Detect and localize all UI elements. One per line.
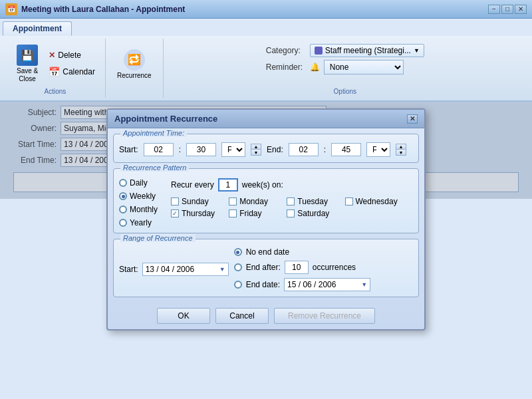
- remove-recurrence-button[interactable]: Remove Recurrence: [274, 308, 375, 324]
- saturday-label: Saturday: [297, 209, 329, 218]
- save-icon: 💾: [17, 45, 38, 66]
- ribbon: 💾 Save &Close ✕ Delete 📅 Calendar Action…: [0, 36, 532, 102]
- wednesday-label: Wednesday: [356, 197, 398, 206]
- sunday-checkbox[interactable]: [171, 198, 179, 205]
- friday-checkbox[interactable]: [229, 209, 237, 217]
- maximize-button[interactable]: □: [501, 5, 513, 14]
- end-date-arrow-icon: ▼: [361, 281, 367, 288]
- time-row: Start: : PMAM ▲ ▼ End: :: [119, 140, 413, 157]
- days-grid: Sunday Monday Tuesday: [171, 196, 398, 218]
- end-after-input[interactable]: [285, 261, 309, 274]
- range-row: Start: 13 / 04 / 2006 ▼ No end date: [119, 245, 413, 291]
- window-controls: − □ ✕: [488, 5, 527, 14]
- dialog-title: Appointment Recurrence: [114, 114, 217, 124]
- start-hour-input[interactable]: [144, 143, 174, 156]
- recurrence-buttons: 🔁 Recurrence: [112, 41, 156, 86]
- end-spin-up-icon[interactable]: ▲: [396, 144, 406, 150]
- start-time-label: Start:: [119, 145, 138, 154]
- day-thursday[interactable]: ✓ Thursday: [171, 209, 223, 218]
- cancel-button[interactable]: Cancel: [215, 308, 269, 324]
- no-end-date-label: No end date: [246, 247, 289, 257]
- recur-every-label: Recur every: [171, 180, 214, 190]
- pattern-daily-option[interactable]: Daily: [119, 178, 158, 188]
- form-area: Subject: Owner: Start Time: 13 / 04 / 20…: [0, 102, 532, 199]
- yearly-radio[interactable]: [119, 219, 127, 227]
- calendar-button[interactable]: 📅 Calendar: [45, 65, 98, 79]
- time-separator2: :: [324, 145, 326, 154]
- saturday-checkbox[interactable]: [287, 209, 295, 217]
- reminder-bell-icon: 🔔: [310, 63, 320, 72]
- range-start-arrow-icon: ▼: [219, 266, 225, 273]
- start-min-input[interactable]: [186, 143, 216, 156]
- recurrence-config: Recur every week(s) on: Sunday: [171, 178, 398, 227]
- delete-button[interactable]: ✕ Delete: [45, 49, 98, 62]
- wednesday-checkbox[interactable]: [345, 198, 353, 205]
- thursday-checkbox[interactable]: ✓: [171, 209, 179, 217]
- monday-checkbox[interactable]: [229, 198, 237, 205]
- recurrence-group: 🔁 Recurrence -: [106, 39, 164, 98]
- tuesday-checkbox[interactable]: [287, 198, 295, 205]
- day-saturday[interactable]: Saturday: [287, 209, 339, 218]
- range-start-group: Start: 13 / 04 / 2006 ▼: [119, 263, 229, 276]
- pattern-weekly-option[interactable]: Weekly: [119, 192, 158, 201]
- day-monday[interactable]: Monday: [229, 197, 281, 206]
- spin-down-icon[interactable]: ▼: [251, 150, 261, 155]
- pattern-row: Daily Weekly Monthly: [119, 174, 413, 227]
- day-tuesday[interactable]: Tuesday: [287, 197, 339, 206]
- save-close-button[interactable]: 💾 Save &Close: [12, 41, 43, 86]
- recurrence-button[interactable]: 🔁 Recurrence: [112, 46, 156, 82]
- start-ampm-select[interactable]: PMAM: [221, 142, 245, 157]
- minimize-button[interactable]: −: [488, 5, 500, 14]
- end-date-option[interactable]: End date: 15 / 06 / 2006 ▼: [234, 278, 413, 291]
- day-sunday[interactable]: Sunday: [171, 197, 223, 206]
- dialog-title-bar: Appointment Recurrence ✕: [108, 110, 424, 128]
- category-button[interactable]: Staff meeting (Strategi... ▼: [310, 44, 424, 57]
- monday-label: Monday: [239, 197, 268, 206]
- dialog-close-button[interactable]: ✕: [407, 114, 418, 124]
- modal-overlay: Appointment Recurrence ✕ Appointment Tim…: [0, 102, 532, 199]
- ok-button[interactable]: OK: [157, 308, 210, 324]
- reminder-select[interactable]: None 15 minutes 30 minutes: [324, 60, 404, 74]
- no-end-date-radio[interactable]: [234, 248, 242, 256]
- range-section-label: Range of Recurrence: [120, 234, 196, 242]
- title-bar: 📅 Meeting with Laura Callahan - Appointm…: [0, 0, 532, 19]
- end-after-radio[interactable]: [234, 263, 242, 271]
- end-date-label: End date:: [246, 280, 280, 289]
- dialog-buttons: OK Cancel Remove Recurrence: [108, 303, 424, 329]
- end-date-radio[interactable]: [234, 281, 242, 289]
- end-after-option[interactable]: End after: occurrences: [234, 261, 413, 274]
- end-time-spinner[interactable]: ▲ ▼: [396, 144, 406, 156]
- weekly-radio[interactable]: [119, 192, 127, 200]
- tab-bar: Appointment: [0, 19, 532, 36]
- end-min-input[interactable]: [331, 143, 361, 156]
- pattern-yearly-option[interactable]: Yearly: [119, 218, 158, 227]
- sunday-label: Sunday: [182, 197, 209, 206]
- day-friday[interactable]: Friday: [229, 209, 281, 218]
- day-wednesday[interactable]: Wednesday: [345, 197, 398, 206]
- end-label: End:: [267, 145, 283, 154]
- pattern-monthly-option[interactable]: Monthly: [119, 205, 158, 214]
- delete-label: Delete: [58, 51, 81, 60]
- actions-group: 💾 Save &Close ✕ Delete 📅 Calendar Action…: [5, 39, 106, 98]
- options-group-label: Options: [334, 86, 356, 95]
- end-spin-down-icon[interactable]: ▼: [396, 150, 406, 155]
- time-separator: :: [179, 145, 181, 154]
- recur-every-row: Recur every week(s) on:: [171, 178, 398, 192]
- no-end-date-option[interactable]: No end date: [234, 247, 413, 257]
- spin-up-icon[interactable]: ▲: [251, 144, 261, 150]
- tab-appointment[interactable]: Appointment: [3, 21, 72, 36]
- range-start-value: 13 / 04 / 2006: [146, 265, 194, 274]
- end-hour-input[interactable]: [289, 143, 319, 156]
- start-time-spinner[interactable]: ▲ ▼: [251, 144, 261, 156]
- end-ampm-select[interactable]: PMAM: [366, 142, 390, 157]
- end-after-label: End after:: [246, 263, 281, 272]
- recur-every-input[interactable]: [218, 178, 238, 192]
- range-start-date[interactable]: 13 / 04 / 2006 ▼: [142, 263, 229, 276]
- close-button[interactable]: ✕: [515, 5, 527, 14]
- monthly-radio[interactable]: [119, 205, 127, 213]
- end-date-input[interactable]: 15 / 06 / 2006 ▼: [284, 278, 370, 291]
- daily-radio[interactable]: [119, 179, 127, 187]
- weekly-label: Weekly: [130, 192, 156, 201]
- recurrence-pattern-section: Recurrence Pattern Daily Weekly: [113, 168, 419, 233]
- range-of-recurrence-section: Range of Recurrence Start: 13 / 04 / 200…: [113, 239, 419, 297]
